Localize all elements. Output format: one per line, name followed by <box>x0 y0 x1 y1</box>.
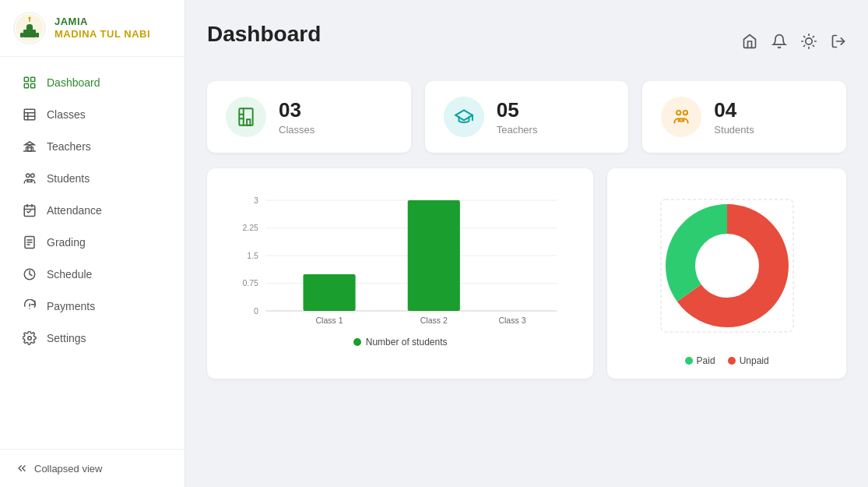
dashboard-icon <box>22 75 37 90</box>
sidebar-item-teachers[interactable]: Teachers <box>6 131 178 162</box>
users-icon <box>671 107 691 127</box>
svg-text:1.5: 1.5 <box>247 251 258 260</box>
svg-point-8 <box>29 17 31 19</box>
logo-line1: JAMIA <box>54 16 150 28</box>
stat-card-teachers: 05 Teachers <box>425 81 629 153</box>
building-icon <box>236 107 256 127</box>
bar-chart-card: 3 2.25 1.5 0.75 0 Class 1 Class 2 Class … <box>207 168 593 379</box>
sidebar-item-students-label: Students <box>47 172 90 185</box>
teachers-stat-icon-wrap <box>444 97 484 137</box>
logo-area: JAMIA MADINA TUL NABI <box>0 0 184 57</box>
svg-rect-60 <box>303 274 355 311</box>
main-content: Dashboard <box>185 0 868 487</box>
students-stat-label: Students <box>714 124 754 136</box>
svg-point-49 <box>684 111 687 115</box>
bar-chart-svg: 3 2.25 1.5 0.75 0 Class 1 Class 2 Class … <box>221 182 579 330</box>
teachers-stat-info: 05 Teachers <box>497 98 538 136</box>
svg-line-40 <box>813 37 814 37</box>
sidebar-item-teachers-label: Teachers <box>47 140 91 153</box>
svg-text:Class 1: Class 1 <box>315 316 343 325</box>
collapsed-view-label: Collapsed view <box>34 463 102 475</box>
svg-line-39 <box>804 45 805 46</box>
svg-rect-11 <box>24 84 28 88</box>
logo-line2: MADINA TUL NABI <box>54 28 150 41</box>
theme-icon[interactable] <box>801 34 817 52</box>
donut-chart-card: Paid Unpaid <box>607 168 846 379</box>
sidebar-item-dashboard-label: Dashboard <box>47 76 100 89</box>
sidebar-item-students[interactable]: Students <box>6 163 178 194</box>
teachers-stat-label: Teachers <box>497 124 538 136</box>
svg-text:Class 2: Class 2 <box>420 316 448 325</box>
charts-row: 3 2.25 1.5 0.75 0 Class 1 Class 2 Class … <box>207 168 846 379</box>
logout-icon[interactable] <box>831 34 846 52</box>
collapsed-view-button[interactable]: Collapsed view <box>0 449 184 487</box>
sidebar-item-payments[interactable]: Payments <box>6 291 178 322</box>
sidebar-item-schedule-label: Schedule <box>47 268 92 281</box>
bar-chart-legend: Number of students <box>221 337 579 348</box>
svg-rect-10 <box>31 77 35 81</box>
svg-rect-17 <box>28 148 32 152</box>
logo-text: JAMIA MADINA TUL NABI <box>54 16 150 40</box>
svg-point-48 <box>676 111 680 115</box>
stats-row: 03 Classes 05 Teachers <box>207 81 846 153</box>
svg-text:2.25: 2.25 <box>242 223 258 232</box>
logo-icon <box>12 11 47 45</box>
paid-legend-item: Paid <box>685 355 715 366</box>
svg-rect-13 <box>24 109 35 120</box>
svg-text:0: 0 <box>254 306 258 316</box>
svg-point-18 <box>26 174 30 178</box>
sidebar-item-settings[interactable]: Settings <box>6 323 178 354</box>
chevrons-left-icon <box>16 462 28 475</box>
students-stat-number: 04 <box>714 98 754 122</box>
donut-svg-wrap <box>657 182 797 349</box>
grading-icon <box>22 235 37 250</box>
graduation-cap-icon <box>454 107 474 127</box>
sidebar-item-grading-label: Grading <box>47 236 86 249</box>
sidebar-item-attendance-label: Attendance <box>47 204 102 217</box>
classes-stat-number: 03 <box>279 98 315 122</box>
classes-stat-icon-wrap <box>226 97 266 137</box>
svg-text:Class 3: Class 3 <box>498 316 525 325</box>
svg-line-36 <box>813 45 814 46</box>
paid-label: Paid <box>697 355 715 366</box>
unpaid-dot <box>728 357 736 365</box>
svg-line-35 <box>804 37 805 37</box>
sidebar-item-schedule[interactable]: Schedule <box>6 259 178 290</box>
svg-point-4 <box>26 24 33 29</box>
home-icon[interactable] <box>742 34 757 52</box>
svg-rect-46 <box>247 119 250 125</box>
svg-rect-61 <box>408 200 460 311</box>
sidebar-item-dashboard[interactable]: Dashboard <box>6 67 178 98</box>
teachers-stat-number: 05 <box>497 98 538 122</box>
svg-text:3: 3 <box>254 196 258 205</box>
svg-point-32 <box>806 38 812 44</box>
donut-legend: Paid Unpaid <box>685 355 769 369</box>
bar-legend-label: Number of students <box>366 337 448 348</box>
payments-icon <box>22 298 37 314</box>
svg-point-19 <box>31 174 35 178</box>
svg-rect-5 <box>20 33 23 37</box>
svg-rect-12 <box>31 84 35 88</box>
sidebar-item-settings-label: Settings <box>47 332 86 344</box>
stat-card-students: 04 Students <box>642 81 846 153</box>
sidebar-item-grading[interactable]: Grading <box>6 227 178 258</box>
paid-dot <box>685 357 693 365</box>
svg-rect-6 <box>36 33 39 37</box>
classes-stat-info: 03 Classes <box>279 98 315 136</box>
svg-point-68 <box>696 235 758 297</box>
svg-rect-9 <box>24 77 28 81</box>
bar-legend-dot <box>353 338 361 346</box>
sidebar-item-attendance[interactable]: Attendance <box>6 195 178 226</box>
sidebar-item-payments-label: Payments <box>47 300 95 312</box>
students-stat-info: 04 Students <box>714 98 754 136</box>
schedule-icon <box>22 266 37 282</box>
svg-rect-2 <box>23 30 36 37</box>
notification-icon[interactable] <box>771 34 787 52</box>
page-title: Dashboard <box>207 22 321 47</box>
sidebar-item-classes[interactable]: Classes <box>6 99 178 130</box>
donut-svg <box>657 196 797 336</box>
sidebar: JAMIA MADINA TUL NABI Dashboard <box>0 0 185 487</box>
classes-stat-label: Classes <box>279 124 315 136</box>
unpaid-label: Unpaid <box>740 355 769 366</box>
teachers-icon <box>22 139 37 154</box>
